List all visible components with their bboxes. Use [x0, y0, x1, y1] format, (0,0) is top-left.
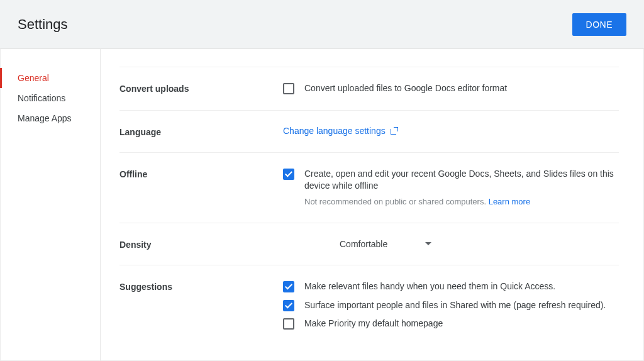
- convert-uploads-row: Convert uploaded files to Google Docs ed…: [283, 82, 619, 95]
- section-body: Convert uploaded files to Google Docs ed…: [283, 82, 619, 95]
- offline-checkbox[interactable]: [283, 169, 294, 180]
- section-label: Offline: [119, 168, 283, 208]
- offline-row: Create, open and edit your recent Google…: [283, 168, 619, 208]
- suggestion-shared-checkbox[interactable]: [283, 300, 294, 311]
- scrollbar[interactable]: [638, 49, 643, 361]
- offline-text: Create, open and edit your recent Google…: [304, 168, 619, 208]
- offline-learn-more-link[interactable]: Learn more: [489, 197, 530, 206]
- done-button[interactable]: DONE: [572, 13, 626, 36]
- offline-hint-text: Not recommended on public or shared comp…: [304, 197, 489, 206]
- section-language: Language Change language settings: [119, 111, 619, 153]
- sidebar-item-notifications[interactable]: Notifications: [0, 88, 100, 108]
- chevron-down-icon: [425, 242, 431, 245]
- dialog-body: General Notifications Manage Apps Conver…: [0, 49, 644, 361]
- suggestion-row-shared: Surface important people and files in Sh…: [283, 299, 619, 312]
- dialog-header: Settings DONE: [0, 0, 644, 49]
- section-label: Density: [119, 238, 283, 250]
- offline-text-main: Create, open and edit your recent Google…: [304, 169, 614, 191]
- section-offline: Offline Create, open and edit your recen…: [119, 153, 619, 223]
- suggestion-text: Surface important people and files in Sh…: [304, 299, 619, 312]
- section-body: Change language settings: [283, 126, 619, 137]
- settings-dialog: Settings DONE General Notifications Mana…: [0, 0, 644, 361]
- density-value: Comfortable: [340, 239, 387, 249]
- link-text: Change language settings: [283, 126, 386, 136]
- convert-uploads-text: Convert uploaded files to Google Docs ed…: [304, 82, 619, 95]
- section-suggestions: Suggestions Make relevant files handy wh…: [119, 265, 619, 345]
- settings-content[interactable]: Convert uploads Convert uploaded files t…: [101, 49, 644, 361]
- section-body: Comfortable: [283, 238, 619, 250]
- density-select[interactable]: Comfortable: [340, 239, 431, 249]
- section-label: Convert uploads: [119, 82, 283, 95]
- offline-hint: Not recommended on public or shared comp…: [304, 196, 619, 208]
- suggestion-quick-access-checkbox[interactable]: [283, 281, 294, 292]
- section-label: Language: [119, 126, 283, 137]
- sidebar: General Notifications Manage Apps: [0, 49, 101, 361]
- section-label: Suggestions: [119, 280, 283, 330]
- suggestion-text: Make relevant files handy when you need …: [304, 280, 619, 293]
- suggestion-row-quick-access: Make relevant files handy when you need …: [283, 280, 619, 293]
- change-language-link[interactable]: Change language settings: [283, 126, 397, 136]
- section-body: Create, open and edit your recent Google…: [283, 168, 619, 208]
- suggestion-row-priority: Make Priority my default homepage: [283, 318, 619, 330]
- dialog-title: Settings: [18, 16, 68, 33]
- external-link-icon: [391, 128, 397, 135]
- section-convert-uploads: Convert uploads Convert uploaded files t…: [119, 67, 619, 111]
- suggestion-priority-checkbox[interactable]: [283, 318, 294, 330]
- suggestion-text: Make Priority my default homepage: [304, 318, 619, 330]
- convert-uploads-checkbox[interactable]: [283, 83, 294, 94]
- section-body: Make relevant files handy when you need …: [283, 280, 619, 330]
- sidebar-item-general[interactable]: General: [0, 68, 100, 88]
- section-density: Density Comfortable: [119, 223, 619, 265]
- sidebar-item-manage-apps[interactable]: Manage Apps: [0, 108, 100, 128]
